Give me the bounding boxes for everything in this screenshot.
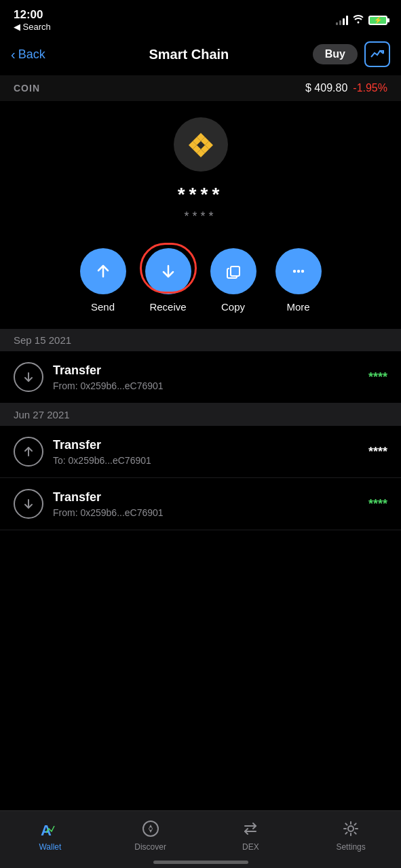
tx-amount: **** [368,445,387,459]
copy-circle [210,248,256,294]
svg-point-12 [297,270,299,273]
wifi-icon [352,14,364,26]
coin-usd: **** [184,210,216,224]
copy-action[interactable]: Copy [210,248,256,313]
coin-header: COIN $ 409.80 -1.95% [0,75,401,101]
tx-address: To: 0x259b6...eC76901 [53,455,359,466]
tx-amount: **** [368,370,387,384]
battery-icon: ⚡ [368,16,387,25]
send-circle [80,248,126,294]
svg-point-11 [292,270,295,273]
nav-actions: Buy [313,41,390,67]
coin-change: -1.95% [353,82,387,94]
svg-point-20 [149,827,152,830]
tab-dex-label: DEX [242,842,259,852]
tx-amount: **** [368,497,387,511]
buy-button[interactable]: Buy [313,44,358,64]
tab-settings-label: Settings [336,842,365,852]
receive-circle [145,248,191,294]
coin-logo [174,117,228,172]
chevron-left-icon: ‹ [11,47,16,62]
svg-point-13 [301,270,303,273]
tab-discover-label: Discover [134,842,166,852]
tab-dex[interactable]: DEX [227,818,274,852]
tab-settings[interactable]: Settings [327,818,375,852]
home-indicator [153,861,248,864]
svg-rect-10 [231,267,240,276]
more-label: More [286,301,309,313]
tx-address: From: 0x259b6...eC76901 [53,380,359,391]
coin-icon-area: **** **** [0,101,401,235]
svg-point-23 [348,826,354,831]
tab-bar: A Wallet Discover DEX [0,810,401,868]
coin-price: $ 409.80 [305,82,347,94]
table-row[interactable]: Transfer From: 0x259b6...eC76901 **** [0,478,401,530]
more-circle [275,248,322,294]
receive-icon [14,362,43,392]
transaction-list: Sep 15 2021 Transfer From: 0x259b6...eC7… [0,329,401,598]
back-label: Back [18,47,45,62]
status-icons: ⚡ [336,14,387,26]
send-action[interactable]: Send [80,248,126,313]
page-title: Smart Chain [65,47,313,62]
compass-icon [140,818,161,840]
table-row[interactable]: Transfer To: 0x259b6...eC76901 **** [0,426,401,478]
chart-button[interactable] [364,41,390,67]
status-search: ◀ Search [14,22,51,32]
send-icon [14,437,43,467]
tab-wallet-label: Wallet [39,842,61,852]
tx-title: Transfer [53,363,359,378]
tx-details: Transfer From: 0x259b6...eC76901 [53,363,359,391]
coin-label: COIN [14,83,40,94]
tx-title: Transfer [53,490,359,505]
tab-discover[interactable]: Discover [127,818,174,852]
coin-balance: **** [178,184,224,205]
coin-price-section: $ 409.80 -1.95% [305,82,387,94]
action-buttons: Send Receive Copy [0,235,401,329]
tx-title: Transfer [53,438,359,452]
status-bar: 12:00 ◀ Search ⚡ [0,0,401,36]
signal-icon [336,16,348,25]
copy-label: Copy [221,301,245,313]
dex-icon [240,818,261,840]
date-header-jun2021: Jun 27 2021 [0,403,401,426]
tx-address: From: 0x259b6...eC76901 [53,507,359,518]
receive-icon [14,489,43,519]
tx-details: Transfer From: 0x259b6...eC76901 [53,490,359,518]
date-header-sep2021: Sep 15 2021 [0,329,401,351]
gear-icon [340,818,362,840]
send-label: Send [91,301,115,313]
wallet-icon: A [39,818,61,840]
receive-label: Receive [149,301,186,313]
back-button[interactable]: ‹ Back [11,47,65,62]
receive-action[interactable]: Receive [145,248,191,313]
tab-wallet[interactable]: A Wallet [26,818,74,852]
more-action[interactable]: More [275,248,322,313]
status-time: 12:00 [14,8,51,22]
tx-details: Transfer To: 0x259b6...eC76901 [53,438,359,466]
nav-bar: ‹ Back Smart Chain Buy [0,36,401,75]
table-row[interactable]: Transfer From: 0x259b6...eC76901 **** [0,351,401,403]
